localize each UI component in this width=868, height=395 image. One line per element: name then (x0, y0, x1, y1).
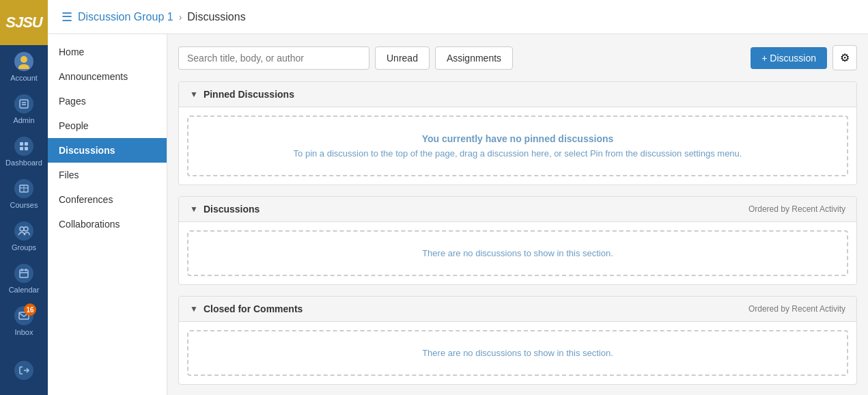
inbox-badge-count: 16 (24, 303, 36, 316)
dashboard-label: Dashboard (5, 159, 42, 167)
calendar-label: Calendar (9, 286, 40, 294)
calendar-icon (14, 264, 33, 283)
secondary-nav-collaborations[interactable]: Collaborations (48, 212, 167, 236)
content-row: Home Announcements Pages People Discussi… (48, 34, 868, 395)
search-input[interactable] (178, 46, 369, 70)
arrow-annotation (574, 34, 711, 51)
pinned-empty-area: You currently have no pinned discussions… (187, 115, 848, 176)
svg-rect-5 (20, 142, 23, 146)
breadcrumb-bar: ☰ Discussion Group 1 › Discussions (48, 0, 868, 34)
secondary-nav-home[interactable]: Home (48, 40, 167, 64)
secondary-nav-discussions[interactable]: Discussions (48, 138, 167, 163)
inbox-icon-container: 16 (14, 306, 33, 325)
settings-button[interactable]: ⚙ (832, 45, 857, 70)
dashboard-icon (14, 137, 33, 156)
pinned-section-header: ▼ Pinned Discussions (179, 82, 856, 107)
discussions-order-label: Ordered by Recent Activity (748, 204, 845, 214)
account-label: Account (10, 74, 38, 82)
unread-button[interactable]: Unread (375, 46, 430, 70)
secondary-nav-pages[interactable]: Pages (48, 89, 167, 113)
assignments-button[interactable]: Assignments (435, 46, 513, 70)
secondary-nav-conferences[interactable]: Conferences (48, 187, 167, 212)
breadcrumb-current: Discussions (187, 11, 245, 23)
logout-icon (14, 361, 33, 380)
toolbar: Unread Assignments + Discussion (178, 45, 857, 70)
svg-rect-8 (25, 147, 28, 150)
secondary-nav-people[interactable]: People (48, 113, 167, 138)
closed-empty-text: There are no discussions to show in this… (199, 348, 836, 358)
courses-icon (14, 179, 33, 198)
svg-point-1 (18, 64, 29, 69)
discussions-section-header: ▼ Discussions Ordered by Recent Activity (179, 197, 856, 222)
courses-label: Courses (10, 201, 38, 209)
sidebar-item-dashboard[interactable]: Dashboard (0, 130, 48, 172)
icon-sidebar: SJSU Account Admin (0, 0, 48, 395)
breadcrumb-separator: › (179, 12, 182, 23)
add-discussion-button[interactable]: + Discussion (751, 47, 827, 69)
discussions-empty-text: There are no discussions to show in this… (199, 248, 836, 258)
discussions-section: ▼ Discussions Ordered by Recent Activity… (178, 196, 857, 285)
secondary-nav-announcements[interactable]: Announcements (48, 64, 167, 89)
pinned-empty-sub: To pin a discussion to the top of the pa… (199, 148, 836, 159)
sidebar-item-courses[interactable]: Courses (0, 172, 48, 215)
discussions-section-title: Discussions (204, 204, 260, 215)
closed-empty-area: There are no discussions to show in this… (187, 330, 848, 376)
admin-label: Admin (13, 116, 34, 124)
secondary-nav-files[interactable]: Files (48, 163, 167, 187)
sidebar-item-account[interactable]: Account (0, 45, 48, 87)
groups-icon (14, 221, 33, 241)
svg-rect-14 (20, 270, 28, 277)
admin-icon (14, 94, 33, 113)
closed-order-label: Ordered by Recent Activity (748, 304, 845, 314)
sidebar-item-calendar[interactable]: Calendar (0, 257, 48, 299)
inbox-label: Inbox (15, 328, 33, 336)
svg-point-0 (20, 56, 27, 63)
closed-section: ▼ Closed for Comments Ordered by Recent … (178, 296, 857, 385)
sidebar-item-admin[interactable]: Admin (0, 87, 48, 130)
hamburger-icon[interactable]: ☰ (61, 10, 72, 25)
breadcrumb-link[interactable]: Discussion Group 1 (78, 11, 173, 23)
account-avatar (14, 52, 33, 71)
discussions-empty-area: There are no discussions to show in this… (187, 230, 848, 276)
sidebar-item-logout[interactable] (0, 354, 48, 388)
main-area: ☰ Discussion Group 1 › Discussions Home … (48, 0, 868, 395)
closed-section-title: Closed for Comments (204, 303, 303, 314)
svg-point-13 (24, 227, 28, 231)
svg-rect-6 (25, 142, 28, 146)
sidebar-item-groups[interactable]: Groups (0, 215, 48, 257)
svg-rect-7 (20, 147, 23, 150)
logo: SJSU (0, 0, 48, 45)
closed-section-header: ▼ Closed for Comments Ordered by Recent … (179, 297, 856, 322)
svg-rect-2 (20, 100, 28, 108)
svg-point-12 (20, 227, 24, 231)
pinned-discussions-section: ▼ Pinned Discussions You currently have … (178, 81, 857, 185)
pinned-toggle-icon[interactable]: ▼ (190, 90, 198, 99)
groups-label: Groups (12, 243, 36, 251)
secondary-nav: Home Announcements Pages People Discussi… (48, 34, 167, 395)
discussions-toggle-icon[interactable]: ▼ (190, 204, 198, 214)
pinned-section-title: Pinned Discussions (204, 89, 294, 100)
sidebar-item-inbox[interactable]: 16 Inbox (0, 299, 48, 342)
page-main: Unread Assignments + Discussion (167, 34, 868, 395)
pinned-empty-main: You currently have no pinned discussions (199, 133, 836, 144)
settings-icon: ⚙ (840, 52, 850, 64)
closed-toggle-icon[interactable]: ▼ (190, 304, 198, 314)
